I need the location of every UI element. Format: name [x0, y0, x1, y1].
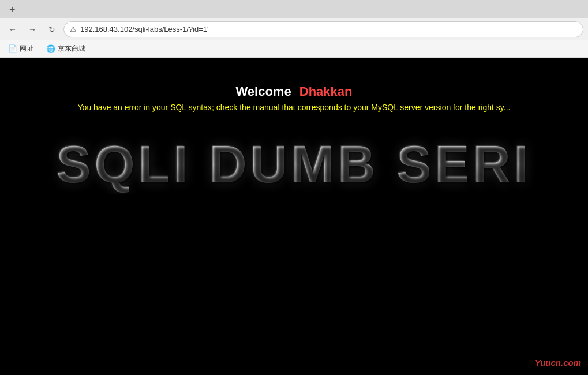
address-text: 192.168.43.102/sqli-labs/Less-1/?id=1' — [80, 25, 209, 33]
forward-icon: → — [28, 25, 36, 34]
bookmark-jd-icon: 🌐 — [46, 44, 55, 53]
page-content: Welcome Dhakkan You have an error in you… — [0, 58, 588, 375]
refresh-icon: ↻ — [48, 25, 55, 34]
address-box[interactable]: ⚠ 192.168.43.102/sqli-labs/Less-1/?id=1' — [63, 21, 583, 38]
bookmark-jd[interactable]: 🌐 京东商城 — [43, 43, 89, 55]
welcome-text: Welcome — [235, 84, 291, 99]
back-button[interactable]: ← — [5, 21, 21, 38]
security-warning-icon: ⚠ — [70, 25, 77, 33]
new-tab-icon[interactable]: + — [5, 2, 20, 18]
bookmark-address[interactable]: 📄 网址 — [5, 43, 37, 55]
bookmark-address-icon: 📄 — [8, 44, 17, 53]
refresh-button[interactable]: ↻ — [44, 21, 60, 38]
tab-bar: + — [0, 0, 588, 18]
bookmarks-bar: 📄 网址 🌐 京东商城 — [0, 40, 588, 58]
bookmark-address-label: 网址 — [20, 44, 33, 54]
sqli-title-container: SQLI DUMB SERI — [0, 135, 588, 194]
dhakkan-text: Dhakkan — [299, 84, 353, 99]
bookmark-jd-label: 京东商城 — [58, 44, 85, 54]
back-icon: ← — [9, 25, 17, 34]
address-bar-row: ← → ↻ ⚠ 192.168.43.102/sqli-labs/Less-1/… — [0, 18, 588, 40]
forward-button[interactable]: → — [24, 21, 40, 38]
welcome-line: Welcome Dhakkan — [0, 58, 588, 99]
sqli-title: SQLI DUMB SERI — [0, 135, 588, 194]
watermark: Yuucn.com — [535, 358, 581, 367]
error-message: You have an error in your SQL syntax; ch… — [0, 103, 588, 112]
browser-chrome: + ← → ↻ ⚠ 192.168.43.102/sqli-labs/Less-… — [0, 0, 588, 58]
